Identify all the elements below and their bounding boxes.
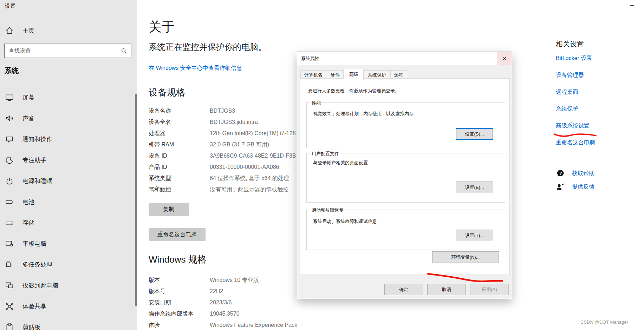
tab-advanced[interactable]: 高级	[344, 69, 364, 80]
feedback-item[interactable]: 提供反馈	[556, 182, 594, 191]
close-icon[interactable]: ×	[497, 52, 512, 65]
link-bitlocker[interactable]: BitLocker 设置	[556, 55, 592, 62]
spec-row: 体验Windows Feature Experience Pack	[149, 319, 345, 330]
user-profiles-group: 用户配置文件 与登录帐户相关的桌面设置 设置(E)...	[306, 153, 505, 203]
startup-recovery-group-desc: 系统启动、系统故障和调试信息	[313, 218, 377, 225]
startup-recovery-group-title: 启动和故障恢复	[310, 207, 345, 213]
search-input[interactable]	[5, 48, 121, 54]
link-remote-desktop[interactable]: 远程桌面	[556, 88, 578, 96]
performance-group-title: 性能	[310, 100, 322, 106]
power-icon	[5, 177, 14, 186]
get-help-item[interactable]: ? 获取帮助	[556, 169, 594, 178]
dialog-titlebar[interactable]: 系统属性 ×	[297, 52, 512, 65]
projecting-icon	[5, 281, 14, 290]
sidebar-home-label: 主页	[22, 27, 34, 35]
link-system-protection[interactable]: 系统保护	[556, 105, 578, 113]
sidebar-item-home[interactable]: 主页	[0, 23, 137, 38]
sidebar-item-storage[interactable]: 存储	[0, 212, 137, 233]
sidebar-item-multitasking[interactable]: 多任务处理	[0, 254, 137, 275]
search-icon[interactable]	[121, 48, 127, 54]
windows-security-link[interactable]: 在 Windows 安全中心中查看详细信息	[149, 65, 242, 72]
startup-recovery-group: 启动和故障恢复 系统启动、系统故障和调试信息 设置(T)...	[306, 210, 505, 250]
performance-group: 性能 视觉效果，处理器计划，内存使用，以及虚拟内存 设置(S)...	[306, 103, 505, 148]
apply-button[interactable]: 应用(A)	[470, 284, 509, 295]
advanced-tab-page: 要进行大多数更改，你必须作为管理员登录。 性能 视觉效果，处理器计划，内存使用，…	[300, 78, 510, 275]
get-help-icon: ?	[556, 169, 565, 178]
feedback-label: 提供反馈	[572, 183, 594, 191]
sidebar-item-focus-assist[interactable]: 专注助手	[0, 150, 137, 171]
sidebar-nav: 屏幕 声音 通知和操作 专注助手 电源和睡眠 电池	[0, 87, 137, 330]
sidebar-item-sound[interactable]: 声音	[0, 108, 137, 129]
system-properties-dialog: 系统属性 × 计算机名 硬件 高级 系统保护 远程 要进行大多数更改，你必须作为…	[297, 52, 512, 299]
sidebar-item-shared-experiences[interactable]: 体验共享	[0, 296, 137, 317]
link-advanced-system-settings[interactable]: 高级系统设置	[556, 122, 590, 130]
storage-icon	[5, 218, 14, 227]
sidebar-item-notifications[interactable]: 通知和操作	[0, 129, 137, 150]
related-settings-heading: 相关设置	[556, 39, 584, 49]
sidebar-item-battery[interactable]: 电池	[0, 192, 137, 213]
sidebar-item-clipboard[interactable]: 剪贴板	[0, 317, 137, 330]
startup-recovery-settings-button[interactable]: 设置(T)...	[456, 230, 493, 241]
user-profiles-group-desc: 与登录帐户相关的桌面设置	[313, 160, 368, 166]
user-profiles-settings-button[interactable]: 设置(E)...	[456, 182, 493, 193]
link-rename-this-pc[interactable]: 重命名这台电脑	[556, 139, 595, 146]
sidebar-item-display[interactable]: 屏幕	[0, 87, 137, 108]
environment-variables-button[interactable]: 环境变量(N)...	[432, 251, 499, 263]
sidebar-item-tablet[interactable]: 平板电脑	[0, 233, 137, 255]
link-device-manager[interactable]: 设备管理器	[556, 72, 584, 79]
device-spec-heading: 设备规格	[149, 86, 185, 99]
focus-assist-icon	[5, 156, 14, 165]
notifications-icon	[5, 135, 14, 144]
red-underline-advanced-system-settings	[553, 131, 598, 138]
home-icon	[5, 26, 14, 35]
sound-icon	[5, 114, 14, 123]
multitasking-icon	[5, 260, 14, 269]
page-subtitle: 系统正在监控并保护你的电脑。	[149, 41, 267, 53]
sidebar-item-power-sleep[interactable]: 电源和睡眠	[0, 171, 137, 192]
copy-button[interactable]: 复制	[149, 203, 189, 216]
cancel-button[interactable]: 取消	[427, 284, 466, 295]
minimize-button[interactable]	[625, 0, 639, 11]
battery-icon	[5, 197, 14, 206]
minimize-icon	[630, 5, 634, 6]
rename-pc-button[interactable]: 重命名这台电脑	[149, 228, 206, 241]
admin-note: 要进行大多数更改，你必须作为管理员登录。	[308, 88, 399, 94]
scrollbar-thumb[interactable]	[135, 94, 137, 306]
window-title: 设置	[5, 3, 15, 9]
ok-button[interactable]: 确定	[384, 284, 423, 295]
sidebar-item-projecting[interactable]: 投影到此电脑	[0, 275, 137, 296]
sidebar-section-system: 系统	[5, 66, 19, 75]
windows-spec-heading: Windows 规格	[149, 253, 207, 266]
performance-group-desc: 视觉效果，处理器计划，内存使用，以及虚拟内存	[313, 111, 414, 117]
feedback-icon	[556, 182, 565, 191]
page-title: 关于	[149, 18, 175, 36]
get-help-label: 获取帮助	[572, 170, 594, 177]
dialog-title: 系统属性	[301, 52, 319, 65]
sidebar: 设置 主页 系统 屏幕 声音 通知和操作	[0, 0, 137, 330]
watermark: CSDN @DOT Manager	[580, 319, 628, 325]
spec-row: 操作系统内部版本19045.3570	[149, 308, 345, 319]
clipboard-icon	[5, 323, 14, 330]
settings-window: 设置 主页 系统 屏幕 声音 通知和操作	[0, 0, 644, 330]
shared-experiences-icon	[5, 302, 14, 311]
maximize-button[interactable]	[639, 0, 644, 11]
performance-settings-button[interactable]: 设置(S)...	[456, 128, 493, 140]
tablet-icon	[5, 239, 14, 248]
svg-text:?: ?	[559, 171, 562, 176]
user-profiles-group-title: 用户配置文件	[310, 151, 340, 157]
search-box[interactable]	[4, 44, 131, 58]
display-icon	[5, 93, 14, 102]
